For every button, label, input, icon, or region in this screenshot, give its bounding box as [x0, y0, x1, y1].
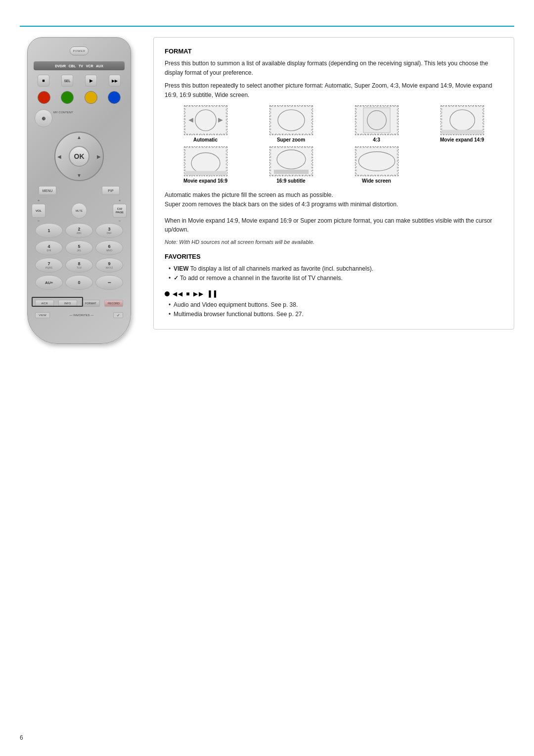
movie149-icon	[441, 105, 484, 135]
check-button[interactable]: ✓	[113, 312, 123, 318]
color-buttons-row	[38, 91, 121, 104]
transport-list: Audio and Video equipment buttons. See p…	[165, 300, 503, 319]
my-content-button[interactable]: ⊕	[35, 109, 52, 127]
num-0-button[interactable]: 0	[65, 275, 93, 290]
blue-button[interactable]	[108, 91, 121, 104]
format-subtitle: 16:9 subtitle	[250, 146, 332, 184]
favorites-section-title: FAVORITES	[165, 253, 503, 260]
format-button[interactable]: FORMAT	[81, 300, 100, 307]
num-6-button[interactable]: 6MNO	[95, 240, 123, 255]
format-note: Note: With HD sources not all screen for…	[165, 238, 503, 246]
automatic-icon	[184, 105, 227, 135]
remote-body: POWER DVD/R CBL TV VCR AUX ■ SEL ▶ ▶▶ ⊕ …	[27, 37, 131, 344]
remote-control: POWER DVD/R CBL TV VCR AUX ■ SEL ▶ ▶▶ ⊕ …	[27, 37, 141, 344]
svg-rect-14	[185, 171, 226, 176]
format-movie169: Movie expand 16:9	[165, 146, 246, 184]
power-area: POWER	[70, 47, 89, 55]
my-content-label: MY CONTENT	[53, 111, 73, 114]
movie169-icon	[184, 146, 227, 176]
menu-pip-row: MENU PIP	[33, 186, 126, 195]
num-8-button[interactable]: 8TUV	[65, 258, 93, 273]
ch-plus: +	[119, 198, 121, 203]
nav-down-arrow: ▼	[77, 173, 82, 178]
bottom-buttons-row: A/CH INFO FORMAT RECORD	[33, 300, 126, 307]
format-superzoom: Super zoom	[250, 105, 332, 142]
format-icons-row1: Automatic Super zoom	[165, 105, 503, 142]
transport-symbols: ◀◀ ■ ▶▶ ▐▐	[165, 290, 503, 297]
nav-left-arrow: ◀	[57, 154, 61, 159]
num-9-button[interactable]: 9WXYZ	[95, 258, 123, 273]
subtitle-label: 16:9 subtitle	[276, 178, 305, 184]
vol-minus: −	[38, 219, 40, 223]
favorites-content-section: FAVORITES VIEW To display a list of all …	[165, 253, 503, 283]
ach-button[interactable]: A/CH	[35, 300, 54, 307]
movie149-label: Movie expand 14:9	[440, 137, 484, 142]
pip-button[interactable]: PIP	[102, 186, 120, 195]
stop-button[interactable]: ■	[38, 75, 49, 87]
record-dot-symbol	[165, 291, 170, 296]
volume-row: + VOL − MUTE + CH/PAGE −	[32, 198, 127, 223]
select-button[interactable]: SEL	[61, 75, 73, 87]
red-button[interactable]	[38, 91, 50, 104]
favorites-item-view: VIEW To display a list of all channels m…	[169, 264, 503, 274]
format-para2: Press this button repeatedly to select a…	[165, 81, 503, 99]
au-plus-button[interactable]: AU+	[35, 275, 63, 290]
favorites-row: VIEW — FAVORITES — ✓	[33, 312, 126, 318]
menu-button[interactable]: MENU	[39, 186, 56, 195]
channel-group: + CH/PAGE −	[113, 198, 127, 223]
format-wide: Wide screen	[336, 146, 417, 184]
svg-rect-4	[270, 106, 312, 134]
num-1-button[interactable]: 1	[35, 223, 63, 238]
automatic-label: Automatic	[193, 137, 218, 142]
mute-button[interactable]: MUTE	[71, 203, 87, 219]
format-title: FORMAT	[165, 47, 503, 55]
transport-item-2: Multimedia browser functional buttons. S…	[169, 310, 503, 319]
channel-button[interactable]: CH/PAGE	[113, 204, 127, 218]
transport-item-1: Audio and Video equipment buttons. See p…	[169, 300, 503, 310]
dash-button[interactable]: −	[95, 275, 123, 290]
power-button[interactable]: POWER	[70, 47, 89, 55]
superzoom-label: Super zoom	[277, 137, 305, 142]
page-number: 6	[20, 734, 23, 741]
empty-cell	[421, 146, 503, 184]
source-labels: DVD/R CBL TV VCR AUX	[55, 64, 103, 68]
format-desc3: When in Movie expand 14:9, Movie expand …	[165, 216, 503, 235]
nav-up-arrow: ▲	[77, 135, 82, 140]
superzoom-icon	[269, 105, 313, 135]
format-section: FORMAT Press this button to summon a lis…	[165, 47, 503, 246]
wide-icon	[355, 146, 399, 176]
ok-button[interactable]: OK	[69, 146, 89, 167]
num-5-button[interactable]: 5JKL	[65, 240, 93, 255]
green-button[interactable]	[61, 91, 74, 104]
favorites-list: VIEW To display a list of all channels m…	[165, 264, 503, 283]
num-3-button[interactable]: 3DEF	[95, 223, 123, 238]
top-decorative-line	[20, 26, 514, 27]
favorites-label: — FAVORITES —	[70, 314, 94, 317]
info-button[interactable]: INFO	[58, 300, 77, 307]
4-3-label: 4:3	[373, 137, 380, 142]
transport-row: ■ SEL ▶ ▶▶	[33, 75, 126, 87]
format-icons-row2: Movie expand 16:9 16:9 subtitle	[165, 146, 503, 184]
format-para1: Press this button to summon a list of av…	[165, 59, 503, 77]
play-button[interactable]: ▶	[85, 75, 97, 87]
vol-plus: +	[38, 198, 40, 203]
ff-button[interactable]: ▶▶	[109, 75, 121, 87]
format-4-3: 4:3	[336, 105, 417, 142]
format-desc1: Automatic makes the picture fill the scr…	[165, 190, 503, 209]
num-2-button[interactable]: 2ABC	[65, 223, 93, 238]
favorites-item-check: ✓ To add or remove a channel in the favo…	[169, 274, 503, 283]
svg-rect-17	[274, 170, 309, 174]
num-4-button[interactable]: 4GHI	[35, 240, 63, 255]
volume-button[interactable]: VOL	[32, 204, 45, 218]
number-pad: 1 2ABC 3DEF 4GHI 5JKL 6MNO 7PQRS 8TUV 9W…	[35, 223, 123, 290]
view-button[interactable]: VIEW	[35, 312, 50, 318]
movie169-label: Movie expand 16:9	[183, 178, 227, 184]
num-7-button[interactable]: 7PQRS	[35, 258, 63, 273]
svg-rect-11	[442, 130, 483, 135]
format-automatic: Automatic	[165, 105, 246, 142]
yellow-button[interactable]	[85, 91, 97, 104]
transport-content-section: ◀◀ ■ ▶▶ ▐▐ Audio and Video equipment but…	[165, 290, 503, 319]
source-row[interactable]: DVD/R CBL TV VCR AUX	[34, 61, 125, 70]
record-button[interactable]: RECORD	[104, 300, 123, 307]
4-3-icon	[355, 105, 399, 135]
